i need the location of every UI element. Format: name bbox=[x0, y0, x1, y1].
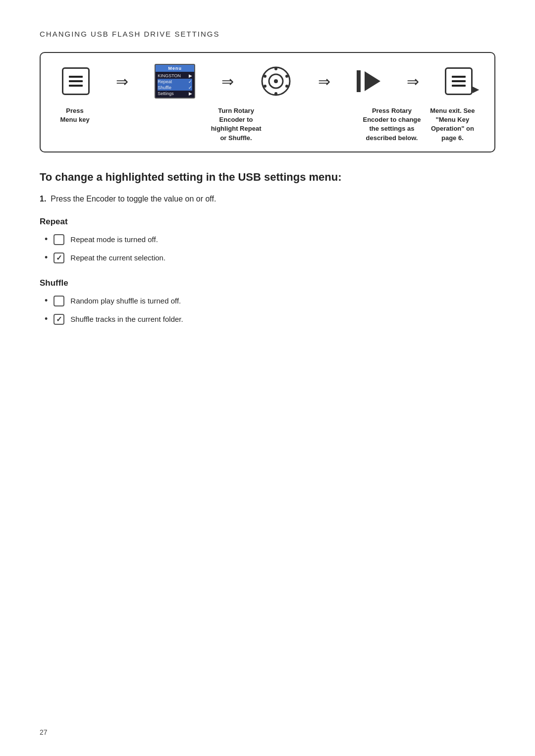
menu-row-kingston-arrow: ▶ bbox=[189, 73, 192, 78]
menu-row-kingston: KINGSTON ▶ bbox=[158, 73, 192, 79]
repeat-on-item: • Repeat the current selection. bbox=[45, 251, 495, 264]
menu-row-settings-label: Settings bbox=[158, 91, 174, 96]
label-turn-rotary: Turn Rotary Encoder to highlight Repeat … bbox=[211, 106, 262, 143]
step-1-number: 1. bbox=[40, 195, 46, 203]
menu-line-2 bbox=[69, 80, 83, 82]
label-press-rotary-line1: Press Rotary bbox=[372, 107, 412, 114]
menu-end-line-1 bbox=[452, 76, 466, 78]
shuffle-section: Shuffle • Random play shuffle is turned … bbox=[40, 278, 495, 326]
menu-row-repeat-label: Repeat bbox=[158, 79, 172, 84]
label-turn-line3: highlight Repeat bbox=[211, 125, 262, 132]
label-exit-line1: Menu exit. See bbox=[430, 107, 475, 114]
repeat-off-text: Repeat mode is turned off. bbox=[70, 234, 158, 246]
label-turn-line4: or Shuffle. bbox=[220, 134, 252, 142]
step-1-description: Press the Encoder to toggle the value on… bbox=[51, 195, 216, 203]
diagram-steps: ⇒ Menu KINGSTON ▶ Repeat ✓ Shuffle ✓ bbox=[51, 64, 484, 99]
shuffle-off-checkbox bbox=[54, 296, 64, 306]
rotary-svg bbox=[260, 65, 292, 97]
label-turn-line1: Turn Rotary bbox=[218, 107, 254, 114]
label-menu-exit: Menu exit. See "Menu Key Operation" on p… bbox=[430, 106, 475, 143]
menu-key-end-icon bbox=[445, 67, 473, 95]
page-title: CHANGING USB FLASH DRIVE SETTINGS bbox=[40, 30, 495, 38]
repeat-bullet-list: • Repeat mode is turned off. • Repeat th… bbox=[40, 233, 495, 264]
repeat-off-checkbox bbox=[54, 234, 64, 245]
menu-row-shuffle: Shuffle ✓ bbox=[158, 85, 192, 91]
menu-end-line-3 bbox=[452, 85, 466, 87]
menu-row-settings: Settings ▶ bbox=[158, 91, 192, 97]
menu-row-repeat: Repeat ✓ bbox=[158, 79, 192, 85]
svg-point-1 bbox=[274, 67, 277, 70]
arrow-4: ⇒ bbox=[407, 73, 419, 90]
menu-row-kingston-label: KINGSTON bbox=[158, 73, 181, 78]
step-menu-exit: ▶ bbox=[445, 67, 473, 95]
step-rotary-turn bbox=[260, 65, 292, 97]
shuffle-on-checkbox bbox=[54, 314, 64, 325]
label-exit-line2: "Menu Key bbox=[436, 116, 470, 123]
label-press-menu-line1: Press bbox=[66, 107, 83, 114]
repeat-title: Repeat bbox=[40, 217, 495, 227]
diagram-box: ⇒ Menu KINGSTON ▶ Repeat ✓ Shuffle ✓ bbox=[40, 52, 495, 152]
step-menu-key bbox=[62, 67, 90, 95]
shuffle-off-text: Random play shuffle is turned off. bbox=[70, 296, 181, 307]
menu-line-1 bbox=[69, 76, 83, 78]
menu-line-3 bbox=[69, 85, 83, 87]
menu-lines-end bbox=[452, 76, 466, 87]
step-play-bar bbox=[357, 66, 380, 96]
repeat-off-item: • Repeat mode is turned off. bbox=[45, 233, 495, 246]
svg-point-8 bbox=[274, 79, 278, 83]
svg-point-5 bbox=[264, 85, 267, 88]
menu-end-corner-arrow: ▶ bbox=[473, 85, 479, 94]
shuffle-title: Shuffle bbox=[40, 278, 495, 288]
menu-lines bbox=[69, 76, 83, 87]
shuffle-on-text: Shuffle tracks in the current folder. bbox=[70, 314, 183, 325]
label-press-menu-line2: Menu key bbox=[60, 116, 89, 123]
main-heading: To change a highlighted setting in the U… bbox=[40, 170, 495, 185]
shuffle-bullet-list: • Random play shuffle is turned off. • S… bbox=[40, 294, 495, 326]
step-menu-screen: Menu KINGSTON ▶ Repeat ✓ Shuffle ✓ bbox=[155, 64, 195, 99]
menu-row-shuffle-label: Shuffle bbox=[158, 85, 171, 90]
shuffle-off-bullet: • bbox=[45, 294, 48, 307]
arrow-3: ⇒ bbox=[318, 73, 330, 90]
menu-screen-title: Menu bbox=[156, 65, 194, 72]
repeat-on-checkbox bbox=[54, 252, 64, 263]
repeat-off-bullet: • bbox=[45, 233, 48, 246]
menu-screen-body: KINGSTON ▶ Repeat ✓ Shuffle ✓ Settings ▶ bbox=[156, 72, 194, 98]
step-1-text: 1. Press the Encoder to toggle the value… bbox=[40, 193, 495, 205]
menu-screen: Menu KINGSTON ▶ Repeat ✓ Shuffle ✓ bbox=[155, 64, 195, 99]
menu-exit-icon: ▶ bbox=[445, 67, 473, 95]
menu-key-icon bbox=[62, 67, 90, 95]
play-triangle bbox=[365, 71, 380, 91]
svg-point-2 bbox=[285, 75, 288, 78]
diagram-labels: Press Menu key Turn Rotary Encoder to hi… bbox=[51, 106, 484, 143]
label-press-rotary-line4: described below. bbox=[366, 134, 418, 142]
shuffle-on-bullet: • bbox=[45, 312, 48, 326]
label-exit-line3: Operation" on bbox=[431, 125, 474, 132]
label-press-menu: Press Menu key bbox=[60, 106, 89, 124]
repeat-section: Repeat • Repeat mode is turned off. • Re… bbox=[40, 217, 495, 264]
svg-point-4 bbox=[274, 92, 277, 95]
shuffle-off-item: • Random play shuffle is turned off. bbox=[45, 294, 495, 307]
label-turn-line2: Encoder to bbox=[219, 116, 253, 123]
menu-row-repeat-check: ✓ bbox=[188, 79, 192, 84]
rotary-turn-icon bbox=[260, 65, 292, 97]
arrow-2: ⇒ bbox=[221, 73, 234, 90]
label-press-rotary: Press Rotary Encoder to change the setti… bbox=[363, 106, 421, 143]
label-exit-line4: page 6. bbox=[441, 134, 464, 142]
arrow-1: ⇒ bbox=[116, 73, 128, 90]
menu-row-shuffle-check: ✓ bbox=[188, 85, 192, 90]
menu-row-settings-arrow: ▶ bbox=[189, 91, 192, 96]
label-press-rotary-line3: the settings as bbox=[369, 125, 414, 132]
svg-point-6 bbox=[264, 75, 267, 78]
menu-end-line-2 bbox=[452, 80, 466, 82]
shuffle-on-item: • Shuffle tracks in the current folder. bbox=[45, 312, 495, 326]
play-bar-line bbox=[357, 70, 361, 92]
svg-point-3 bbox=[285, 85, 288, 88]
repeat-on-bullet: • bbox=[45, 251, 48, 264]
page-number: 27 bbox=[40, 728, 48, 736]
play-bar-icon bbox=[357, 66, 380, 96]
repeat-on-text: Repeat the current selection. bbox=[70, 252, 165, 264]
label-press-rotary-line2: Encoder to change bbox=[363, 116, 421, 123]
